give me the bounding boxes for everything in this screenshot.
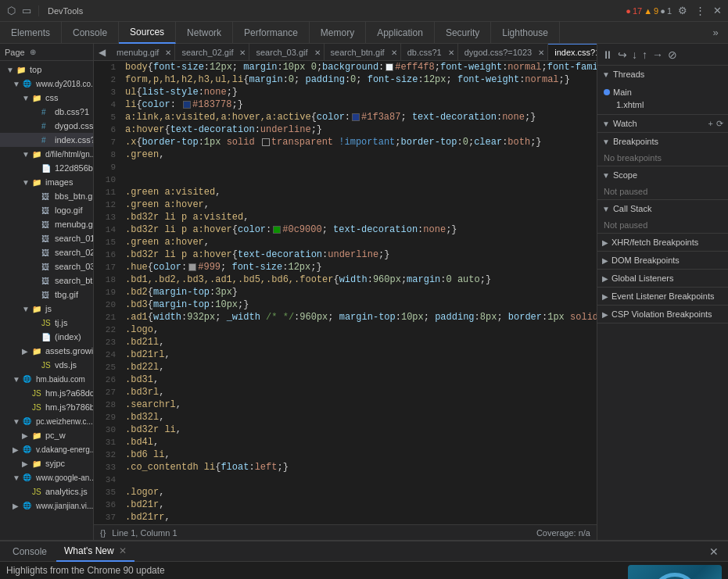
tree-item-bbs-btn-gif[interactable]: ▶ 🖼 bbs_btn.gif (0, 189, 93, 203)
tree-item-dfile[interactable]: ▼ 📁 d/file/html/gn... (0, 147, 93, 161)
step-over-button[interactable]: ↪ (618, 48, 627, 61)
tab-network[interactable]: Network (176, 22, 233, 44)
xhr-breakpoints-header[interactable]: ▶ XHR/fetch Breakpoints (597, 234, 728, 251)
settings-icon[interactable]: ⚙ (676, 5, 689, 17)
tree-item-logo-gif[interactable]: ▶ 🖼 logo.gif (0, 203, 93, 217)
tree-item-search-btn[interactable]: ▶ 🖼 search_btn... (0, 273, 93, 288)
tree-item-assets[interactable]: ▶ 📁 assets.growing... (0, 344, 93, 358)
tree-item-db-css[interactable]: ▶ # db.css?1 (0, 105, 93, 119)
step-out-button[interactable]: ↑ (642, 48, 647, 61)
tree-item-122d[interactable]: ▶ 📄 122d856bf5... (0, 161, 93, 175)
tree-item-analytics-js[interactable]: ▶ JS analytics.js (0, 484, 93, 499)
csp-breakpoints-section: ▶ CSP Violation Breakpoints (597, 306, 728, 323)
more-tabs-icon[interactable]: » (709, 27, 722, 39)
code-line-12: 12.green a:hover, (94, 198, 597, 211)
file-tabs-prev[interactable]: ◀ (94, 47, 110, 58)
tree-item-dygod-css[interactable]: ▶ # dygod.css? (0, 119, 93, 133)
csp-breakpoints-header[interactable]: ▶ CSP Violation Breakpoints (597, 306, 728, 323)
file-tab-db-css[interactable]: db.css?1✕ (401, 44, 458, 61)
tree-item-dakang[interactable]: ▶ 🌐 v.dakang-energ... (0, 442, 93, 456)
event-listener-breakpoints-header[interactable]: ▶ Event Listener Breakpoints (597, 288, 728, 305)
file-tab-search-btn[interactable]: search_btn.gif✕ (325, 44, 401, 61)
tree-item-search01[interactable]: ▶ 🖼 search_01.g... (0, 231, 93, 245)
tree-item-vds-js[interactable]: ▶ JS vds.js (0, 358, 93, 372)
tree-item-tj-js[interactable]: ▶ JS tj.js (0, 316, 93, 330)
inspect-element-icon[interactable]: ⬡ (5, 5, 17, 17)
tree-item-hm-baidu[interactable]: ▼ 🌐 hm.baidu.com (0, 372, 93, 386)
tab-elements[interactable]: Elements (0, 22, 62, 44)
callstack-header[interactable]: ▼ Call Stack (597, 200, 728, 217)
bottom-tab-console[interactable]: Console (5, 541, 55, 562)
dom-breakpoints-header[interactable]: ▶ DOM Breakpoints (597, 252, 728, 269)
tree-item-pc-w[interactable]: ▶ 📁 pc_w (0, 428, 93, 442)
step-into-button[interactable]: ↓ (632, 48, 637, 61)
code-editor-area: ◀ menubg.gif✕ search_02.gif✕ search_03.g… (94, 44, 597, 540)
file-tab-search02[interactable]: search_02.gif✕ (175, 44, 249, 61)
tree-item-menubg-gif[interactable]: ▶ 🖼 menubg.gif (0, 217, 93, 231)
tree-item-weizhenw[interactable]: ▼ 🌐 pc.weizhenw.c... (0, 414, 93, 428)
tab-performance[interactable]: Performance (233, 22, 310, 44)
tab-security[interactable]: Security (435, 22, 491, 44)
statusbar-format-icon[interactable]: {} (100, 528, 106, 538)
statusbar-position: Line 1, Column 1 (112, 528, 177, 538)
tree-item-index-css[interactable]: ▶ # index.css?1 (0, 133, 93, 147)
tab-console[interactable]: Console (62, 22, 119, 44)
event-listener-breakpoints-section: ▶ Event Listener Breakpoints (597, 288, 728, 306)
tree-item-css-folder[interactable]: ▼ 📁 css (0, 91, 93, 105)
tree-item-js-folder[interactable]: ▼ 📁 js (0, 302, 93, 316)
sidebar-nav-icon[interactable]: ⊕ (30, 48, 36, 56)
tab-application[interactable]: Application (366, 22, 435, 44)
file-tab-search03[interactable]: search_03.gif✕ (249, 44, 324, 61)
tree-item-syjpc[interactable]: ▶ 📁 syjpc (0, 456, 93, 470)
thread-1xhtml[interactable]: 1.xhtml (604, 98, 722, 111)
bottom-tab-whats-new[interactable]: What's New ✕ (56, 541, 134, 562)
tree-item-images[interactable]: ▼ 📁 images (0, 175, 93, 189)
thread-main[interactable]: Main (604, 86, 722, 98)
close-devtools-icon[interactable]: ✕ (711, 5, 723, 17)
pause-resume-button[interactable]: ⏸ (602, 48, 613, 61)
watch-add-icon[interactable]: + (708, 119, 713, 128)
tree-item-hm-js1[interactable]: ▶ JS hm.js?a68dc8... (0, 386, 93, 400)
tree-item-search02[interactable]: ▶ 🖼 search_02.g... (0, 245, 93, 259)
tab-memory[interactable]: Memory (310, 22, 366, 44)
code-line-34: 34 (94, 474, 597, 486)
tree-item-hm-js2[interactable]: ▶ JS hm.js?b786b3... (0, 400, 93, 414)
global-listeners-header[interactable]: ▶ Global Listeners (597, 270, 728, 287)
code-line-24: 24.bd21rl, (94, 348, 597, 361)
scope-label: Scope (613, 170, 637, 180)
tree-item-index[interactable]: ▶ 📄 (index) (0, 330, 93, 344)
tree-item-top[interactable]: ▼ 📁 top (0, 63, 93, 77)
tree-item-dy2018[interactable]: ▼ 🌐 www.dy2018.co... (0, 77, 93, 91)
breakpoints-header[interactable]: ▼ Breakpoints (597, 133, 728, 150)
main-area: Page ⊕ ▼ 📁 top ▼ 🌐 www.dy2018.co... ▼ 📁 … (0, 44, 728, 540)
tree-item-google-an[interactable]: ▼ 🌐 www.google-an... (0, 470, 93, 484)
tab-sources[interactable]: Sources (119, 22, 176, 44)
tree-item-tbg-gif[interactable]: ▶ 🖼 tbg.gif (0, 288, 93, 302)
step-button[interactable]: → (652, 48, 663, 61)
watch-section: ▼ Watch + ⟳ (597, 115, 728, 133)
scope-header[interactable]: ▼ Scope (597, 166, 728, 184)
threads-header[interactable]: ▼ Threads (597, 66, 728, 83)
close-bottom-panel-icon[interactable]: ✕ (705, 545, 723, 558)
global-listeners-section: ▶ Global Listeners (597, 270, 728, 288)
file-tab-index-css[interactable]: index.css?1✕ (548, 44, 597, 61)
file-tab-menubg[interactable]: menubg.gif✕ (110, 44, 175, 61)
code-line-10: 10 (94, 173, 597, 186)
device-toggle-icon[interactable]: ▭ (20, 5, 33, 17)
deactivate-breakpoints-button[interactable]: ⊘ (668, 48, 677, 61)
code-line-28: 28.searchrl, (94, 399, 597, 411)
code-line-9: 9 (94, 161, 597, 173)
watch-refresh-icon[interactable]: ⟳ (716, 119, 723, 129)
code-line-19: 19.bd2{margin-top:3px} (94, 286, 597, 298)
tab-lighthouse[interactable]: Lighthouse (491, 22, 560, 44)
code-editor[interactable]: 1body{font-size:12px; margin:10px 0;back… (94, 61, 597, 524)
code-line-6: 6a:hover{text-decoration:underline;} (94, 123, 597, 136)
code-line-20: 20.bd3{margin-top:10px;} (94, 298, 597, 311)
more-options-icon[interactable]: ⋮ (694, 5, 706, 17)
no-breakpoints-text: No breakpoints (604, 153, 662, 163)
file-tab-dygod-css[interactable]: dygod.css?=1023✕ (458, 44, 549, 61)
tree-item-jianjian[interactable]: ▶ 🌐 www.jianjian.vi... (0, 499, 93, 513)
watch-header[interactable]: ▼ Watch + ⟳ (597, 115, 728, 132)
tree-item-search03[interactable]: ▶ 🖼 search_03.g... (0, 259, 93, 273)
close-whats-new-tab[interactable]: ✕ (119, 545, 127, 556)
